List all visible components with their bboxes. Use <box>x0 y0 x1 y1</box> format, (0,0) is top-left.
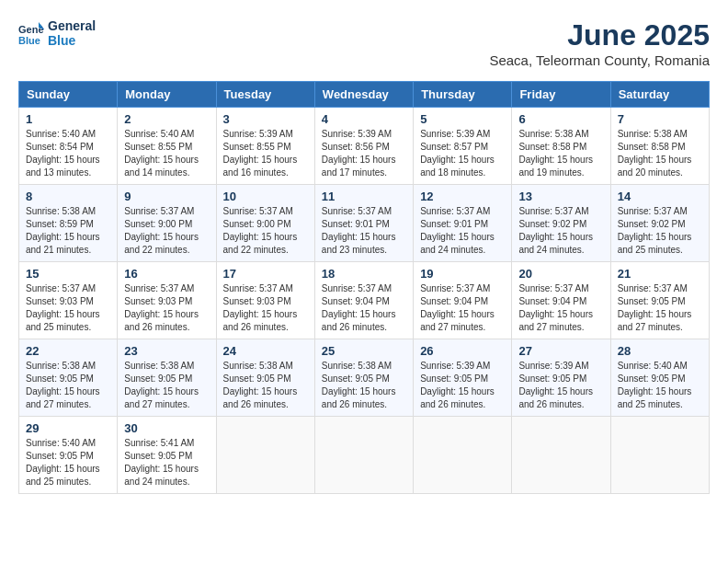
day-number: 27 <box>518 344 603 358</box>
day-info: Sunrise: 5:41 AM Sunset: 9:05 PM Dayligh… <box>124 437 209 488</box>
day-number: 8 <box>26 190 110 203</box>
week-row-3: 15 Sunrise: 5:37 AM Sunset: 9:03 PM Dayl… <box>19 262 710 339</box>
day-cell-28: 28 Sunrise: 5:40 AM Sunset: 9:05 PM Dayl… <box>610 339 709 417</box>
day-number: 12 <box>420 190 505 203</box>
day-cell-5: 5 Sunrise: 5:39 AM Sunset: 8:57 PM Dayli… <box>414 108 512 185</box>
day-cell-9: 9 Sunrise: 5:37 AM Sunset: 9:00 PM Dayli… <box>118 185 216 262</box>
day-cell-21: 21 Sunrise: 5:37 AM Sunset: 9:05 PM Dayl… <box>610 262 709 339</box>
week-row-1: 1 Sunrise: 5:40 AM Sunset: 8:54 PM Dayli… <box>19 108 710 185</box>
day-info: Sunrise: 5:40 AM Sunset: 9:05 PM Dayligh… <box>26 437 110 488</box>
day-cell-24: 24 Sunrise: 5:38 AM Sunset: 9:05 PM Dayl… <box>216 339 314 417</box>
location-title: Seaca, Teleorman County, Romania <box>489 52 710 68</box>
top-bar: General Blue General Blue June 2025 Seac… <box>18 18 710 74</box>
day-number: 23 <box>124 344 209 358</box>
header-tuesday: Tuesday <box>216 82 314 108</box>
day-cell-16: 16 Sunrise: 5:37 AM Sunset: 9:03 PM Dayl… <box>118 262 216 339</box>
calendar: Sunday Monday Tuesday Wednesday Thursday… <box>18 81 710 494</box>
logo-general: General <box>48 18 96 33</box>
day-info: Sunrise: 5:37 AM Sunset: 9:00 PM Dayligh… <box>124 205 209 257</box>
day-cell-11: 11 Sunrise: 5:37 AM Sunset: 9:01 PM Dayl… <box>314 185 413 262</box>
day-info: Sunrise: 5:37 AM Sunset: 9:01 PM Dayligh… <box>322 205 406 257</box>
day-number: 4 <box>322 112 406 126</box>
day-number: 21 <box>618 267 702 281</box>
day-cell-13: 13 Sunrise: 5:37 AM Sunset: 9:02 PM Dayl… <box>512 185 610 262</box>
day-info: Sunrise: 5:38 AM Sunset: 9:05 PM Dayligh… <box>124 360 209 411</box>
day-number: 14 <box>618 190 702 203</box>
day-cell-1: 1 Sunrise: 5:40 AM Sunset: 8:54 PM Dayli… <box>19 108 118 185</box>
day-info: Sunrise: 5:39 AM Sunset: 8:55 PM Dayligh… <box>223 128 308 179</box>
day-info: Sunrise: 5:37 AM Sunset: 9:03 PM Dayligh… <box>223 282 308 334</box>
day-number: 9 <box>124 190 209 203</box>
day-info: Sunrise: 5:39 AM Sunset: 8:56 PM Dayligh… <box>322 128 406 179</box>
day-number: 7 <box>618 112 702 126</box>
day-info: Sunrise: 5:37 AM Sunset: 9:04 PM Dayligh… <box>420 282 505 334</box>
day-number: 19 <box>420 267 505 281</box>
day-number: 18 <box>322 267 406 281</box>
weekday-header-row: Sunday Monday Tuesday Wednesday Thursday… <box>19 82 710 108</box>
day-info: Sunrise: 5:40 AM Sunset: 9:05 PM Dayligh… <box>618 360 702 411</box>
day-info: Sunrise: 5:38 AM Sunset: 9:05 PM Dayligh… <box>322 360 406 411</box>
day-cell-26: 26 Sunrise: 5:39 AM Sunset: 9:05 PM Dayl… <box>414 339 512 417</box>
day-info: Sunrise: 5:37 AM Sunset: 9:03 PM Dayligh… <box>124 282 209 334</box>
header-sunday: Sunday <box>19 82 118 108</box>
header-saturday: Saturday <box>610 82 709 108</box>
day-cell-6: 6 Sunrise: 5:38 AM Sunset: 8:58 PM Dayli… <box>512 108 610 185</box>
day-cell-empty <box>512 417 610 494</box>
day-info: Sunrise: 5:40 AM Sunset: 8:55 PM Dayligh… <box>124 128 209 179</box>
day-info: Sunrise: 5:39 AM Sunset: 9:05 PM Dayligh… <box>420 360 505 411</box>
svg-text:Blue: Blue <box>18 35 40 46</box>
day-cell-17: 17 Sunrise: 5:37 AM Sunset: 9:03 PM Dayl… <box>216 262 314 339</box>
day-cell-14: 14 Sunrise: 5:37 AM Sunset: 9:02 PM Dayl… <box>610 185 709 262</box>
day-cell-12: 12 Sunrise: 5:37 AM Sunset: 9:01 PM Dayl… <box>414 185 512 262</box>
day-cell-2: 2 Sunrise: 5:40 AM Sunset: 8:55 PM Dayli… <box>118 108 216 185</box>
day-number: 10 <box>223 190 308 203</box>
day-info: Sunrise: 5:37 AM Sunset: 9:05 PM Dayligh… <box>618 282 702 334</box>
day-info: Sunrise: 5:37 AM Sunset: 9:03 PM Dayligh… <box>26 282 110 334</box>
logo-blue: Blue <box>48 33 96 48</box>
day-cell-3: 3 Sunrise: 5:39 AM Sunset: 8:55 PM Dayli… <box>216 108 314 185</box>
day-info: Sunrise: 5:37 AM Sunset: 9:02 PM Dayligh… <box>518 205 603 257</box>
header-wednesday: Wednesday <box>314 82 413 108</box>
logo: General Blue General Blue <box>18 18 96 48</box>
week-row-2: 8 Sunrise: 5:38 AM Sunset: 8:59 PM Dayli… <box>19 185 710 262</box>
header-friday: Friday <box>512 82 610 108</box>
day-number: 3 <box>223 112 308 126</box>
day-info: Sunrise: 5:37 AM Sunset: 9:02 PM Dayligh… <box>618 205 702 257</box>
day-number: 30 <box>124 421 209 435</box>
day-info: Sunrise: 5:38 AM Sunset: 8:58 PM Dayligh… <box>518 128 603 179</box>
day-cell-7: 7 Sunrise: 5:38 AM Sunset: 8:58 PM Dayli… <box>610 108 709 185</box>
day-number: 2 <box>124 112 209 126</box>
day-cell-10: 10 Sunrise: 5:37 AM Sunset: 9:00 PM Dayl… <box>216 185 314 262</box>
day-number: 29 <box>26 421 110 435</box>
day-info: Sunrise: 5:38 AM Sunset: 8:58 PM Dayligh… <box>618 128 702 179</box>
day-cell-30: 30 Sunrise: 5:41 AM Sunset: 9:05 PM Dayl… <box>118 417 216 494</box>
day-cell-25: 25 Sunrise: 5:38 AM Sunset: 9:05 PM Dayl… <box>314 339 413 417</box>
day-cell-22: 22 Sunrise: 5:38 AM Sunset: 9:05 PM Dayl… <box>19 339 118 417</box>
day-info: Sunrise: 5:37 AM Sunset: 9:01 PM Dayligh… <box>420 205 505 257</box>
day-info: Sunrise: 5:39 AM Sunset: 9:05 PM Dayligh… <box>518 360 603 411</box>
day-info: Sunrise: 5:37 AM Sunset: 9:04 PM Dayligh… <box>322 282 406 334</box>
day-cell-8: 8 Sunrise: 5:38 AM Sunset: 8:59 PM Dayli… <box>19 185 118 262</box>
day-number: 22 <box>26 344 110 358</box>
day-number: 15 <box>26 267 110 281</box>
day-cell-27: 27 Sunrise: 5:39 AM Sunset: 9:05 PM Dayl… <box>512 339 610 417</box>
day-number: 20 <box>518 267 603 281</box>
day-number: 16 <box>124 267 209 281</box>
title-section: June 2025 Seaca, Teleorman County, Roman… <box>489 18 710 68</box>
day-info: Sunrise: 5:37 AM Sunset: 9:00 PM Dayligh… <box>223 205 308 257</box>
day-number: 5 <box>420 112 505 126</box>
day-number: 13 <box>518 190 603 203</box>
day-number: 24 <box>223 344 308 358</box>
day-cell-4: 4 Sunrise: 5:39 AM Sunset: 8:56 PM Dayli… <box>314 108 413 185</box>
day-cell-empty <box>610 417 709 494</box>
day-info: Sunrise: 5:37 AM Sunset: 9:04 PM Dayligh… <box>518 282 603 334</box>
day-cell-18: 18 Sunrise: 5:37 AM Sunset: 9:04 PM Dayl… <box>314 262 413 339</box>
day-number: 1 <box>26 112 110 126</box>
day-cell-15: 15 Sunrise: 5:37 AM Sunset: 9:03 PM Dayl… <box>19 262 118 339</box>
day-number: 28 <box>618 344 702 358</box>
header-thursday: Thursday <box>414 82 512 108</box>
week-row-4: 22 Sunrise: 5:38 AM Sunset: 9:05 PM Dayl… <box>19 339 710 417</box>
day-cell-empty <box>414 417 512 494</box>
day-info: Sunrise: 5:38 AM Sunset: 8:59 PM Dayligh… <box>26 205 110 257</box>
logo-icon: General Blue <box>18 20 44 46</box>
